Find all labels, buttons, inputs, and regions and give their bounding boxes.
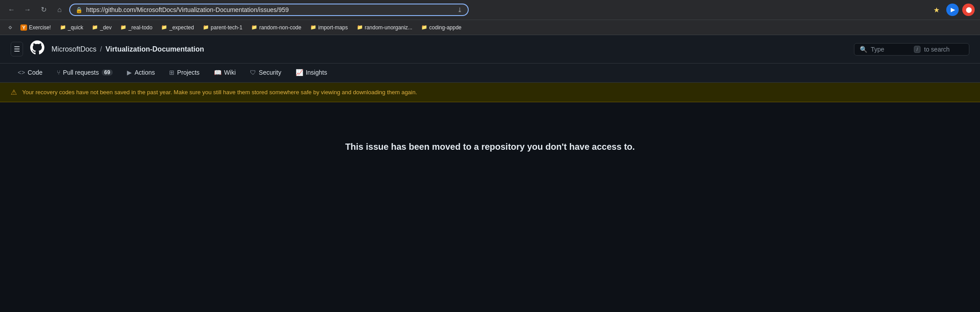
bookmark-coding-appde[interactable]: 📁 coding-appde bbox=[418, 23, 465, 32]
search-kbd: / bbox=[914, 46, 921, 53]
nav-item-pull-requests[interactable]: ⑂ Pull requests 69 bbox=[50, 64, 120, 82]
security-icon: 🔒 bbox=[75, 7, 83, 13]
bookmark-parent-tech-label: parent-tech-1 bbox=[211, 24, 242, 31]
search-suffix: to search bbox=[924, 46, 964, 53]
exercise-badge: Y bbox=[20, 24, 27, 31]
bookmark-import-maps-label: import-maps bbox=[318, 24, 348, 31]
nav-security-label: Security bbox=[259, 69, 281, 76]
bookmark-dev-label: _dev bbox=[100, 24, 111, 31]
actions-icon: ▶ bbox=[127, 69, 132, 76]
bookmark-quick-label: _quick bbox=[68, 24, 83, 31]
bookmark-random-non-code[interactable]: 📁 random-non-code bbox=[248, 23, 305, 32]
browser-chrome: ← → ↻ ⌂ 🔒 ⤓ ★ ▶ ⬤ ⋄ Y Exercise! 📁 _quick… bbox=[0, 0, 980, 35]
nav-code-label: Code bbox=[28, 69, 42, 76]
github-search[interactable]: 🔍 Type / to search bbox=[854, 43, 969, 56]
folder-icon: 📁 bbox=[421, 24, 427, 30]
url-input[interactable] bbox=[86, 6, 454, 13]
nav-item-insights[interactable]: 📈 Insights bbox=[288, 64, 334, 82]
bookmark-star-button[interactable]: ★ bbox=[930, 4, 943, 16]
folder-icon: 📁 bbox=[251, 24, 257, 30]
toolbar-right: ★ ▶ ⬤ bbox=[930, 4, 975, 16]
code-icon: <> bbox=[18, 69, 25, 76]
bookmark-expected-label: _expected bbox=[169, 24, 194, 31]
bookmark-coding-appde-label: coding-appde bbox=[429, 24, 462, 31]
hamburger-menu-button[interactable]: ☰ bbox=[11, 42, 23, 56]
bookmark-real-todo[interactable]: 📁 _real-todo bbox=[117, 23, 156, 32]
bookmark-exercise[interactable]: Y Exercise! bbox=[17, 23, 55, 32]
home-button[interactable]: ⌂ bbox=[53, 4, 66, 16]
pull-request-badge: 69 bbox=[102, 69, 113, 76]
extension-button-blue[interactable]: ▶ bbox=[946, 4, 959, 16]
folder-icon: 📁 bbox=[92, 24, 98, 30]
bookmark-quick[interactable]: 📁 _quick bbox=[56, 23, 87, 32]
breadcrumb: MicrosoftDocs / Virtualization-Documenta… bbox=[51, 45, 204, 53]
folder-icon: 📁 bbox=[203, 24, 209, 30]
nav-actions-label: Actions bbox=[134, 69, 155, 76]
address-bar-actions: ⤓ bbox=[457, 6, 462, 13]
nav-insights-label: Insights bbox=[306, 69, 327, 76]
github-logo bbox=[30, 40, 44, 58]
bookmark-random-unorganiz-label: random-unorganiz... bbox=[365, 24, 412, 31]
warning-banner: ⚠ Your recovery codes have not been save… bbox=[0, 83, 980, 102]
bookmark-dev[interactable]: 📁 _dev bbox=[88, 23, 115, 32]
bookmark-real-todo-label: _real-todo bbox=[128, 24, 152, 31]
download-icon: ⤓ bbox=[457, 6, 462, 13]
bookmark-exercise-label: Exercise! bbox=[29, 24, 51, 31]
bookmarks-bar: ⋄ Y Exercise! 📁 _quick 📁 _dev 📁 _real-to… bbox=[0, 20, 980, 35]
moved-message: This issue has been moved to a repositor… bbox=[345, 142, 635, 152]
breadcrumb-repo[interactable]: Virtualization-Documentation bbox=[106, 45, 204, 53]
wiki-icon: 📖 bbox=[214, 69, 221, 76]
nav-item-security[interactable]: 🛡 Security bbox=[243, 64, 288, 82]
breadcrumb-org[interactable]: MicrosoftDocs bbox=[51, 45, 96, 53]
github-header: ☰ MicrosoftDocs / Virtualization-Documen… bbox=[0, 35, 980, 64]
back-button[interactable]: ← bbox=[5, 4, 18, 16]
apps-button[interactable]: ⋄ bbox=[5, 22, 15, 33]
folder-icon: 📁 bbox=[161, 24, 167, 30]
warning-icon: ⚠ bbox=[11, 88, 17, 96]
bookmark-random-non-code-label: random-non-code bbox=[259, 24, 301, 31]
bookmark-parent-tech[interactable]: 📁 parent-tech-1 bbox=[199, 23, 246, 32]
bookmark-expected[interactable]: 📁 _expected bbox=[158, 23, 197, 32]
browser-toolbar: ← → ↻ ⌂ 🔒 ⤓ ★ ▶ ⬤ bbox=[0, 0, 980, 20]
security-shield-icon: 🛡 bbox=[250, 69, 256, 76]
nav-item-actions[interactable]: ▶ Actions bbox=[120, 64, 162, 82]
warning-message: Your recovery codes have not been saved … bbox=[22, 89, 417, 96]
address-bar[interactable]: 🔒 ⤓ bbox=[69, 4, 469, 16]
forward-button[interactable]: → bbox=[21, 4, 34, 16]
nav-item-code[interactable]: <> Code bbox=[11, 64, 50, 82]
folder-icon: 📁 bbox=[60, 24, 66, 30]
nav-wiki-label: Wiki bbox=[224, 69, 236, 76]
bookmark-random-unorganiz[interactable]: 📁 random-unorganiz... bbox=[353, 23, 416, 32]
nav-item-projects[interactable]: ⊞ Projects bbox=[162, 64, 207, 82]
repo-nav: <> Code ⑂ Pull requests 69 ▶ Actions ⊞ P… bbox=[0, 64, 980, 83]
nav-pr-label: Pull requests bbox=[63, 69, 99, 76]
bookmark-import-maps[interactable]: 📁 import-maps bbox=[307, 23, 352, 32]
nav-projects-label: Projects bbox=[177, 69, 200, 76]
insights-icon: 📈 bbox=[296, 69, 303, 76]
folder-icon: 📁 bbox=[120, 24, 126, 30]
folder-icon: 📁 bbox=[310, 24, 316, 30]
projects-icon: ⊞ bbox=[169, 69, 174, 76]
search-icon: 🔍 bbox=[860, 46, 867, 53]
breadcrumb-separator: / bbox=[100, 45, 102, 53]
refresh-button[interactable]: ↻ bbox=[37, 4, 50, 16]
extension-button-red[interactable]: ⬤ bbox=[962, 4, 975, 16]
main-content: This issue has been moved to a repositor… bbox=[0, 102, 980, 191]
search-text: Type bbox=[871, 46, 910, 53]
pull-request-icon: ⑂ bbox=[57, 69, 60, 76]
folder-icon: 📁 bbox=[357, 24, 363, 30]
nav-item-wiki[interactable]: 📖 Wiki bbox=[207, 64, 243, 82]
